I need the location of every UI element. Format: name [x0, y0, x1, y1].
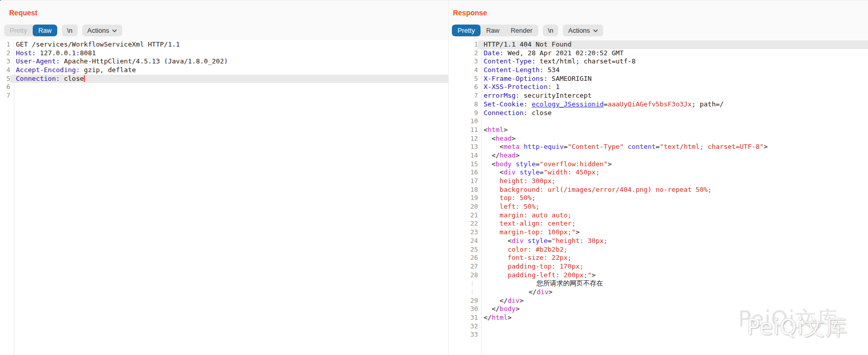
code-line[interactable]: 6: [0, 83, 448, 92]
code-text: Content-Type: text/html; charset=utf-8: [478, 57, 868, 66]
code-line[interactable]: 5X-Frame-Options: SAMEORIGIN: [449, 75, 868, 83]
code-text: HTTP/1.1 404 Not Found: [478, 40, 868, 49]
code-line[interactable]: 12 <head>: [449, 135, 868, 143]
syntax-attr: style: [528, 237, 547, 245]
code-line[interactable]: 10: [449, 117, 868, 126]
code-line[interactable]: 27 padding-top: 170px;: [449, 262, 868, 271]
code-text: background: url(/images/error/404.png) n…: [478, 186, 868, 194]
line-number: 4: [0, 66, 10, 75]
syntax-plain: >: [764, 143, 768, 150]
syntax-red: "width: 450px;: [543, 168, 600, 176]
code-line[interactable]: 23 margin-top: 100px;">: [449, 228, 868, 237]
code-line[interactable]: 3Content-Type: text/html; charset=utf-8: [449, 57, 868, 66]
response-tab-pretty[interactable]: Pretty: [452, 25, 481, 36]
response-panel: Response PrettyRawRender \n Actions 1HTT…: [449, 1, 868, 355]
response-tab-render[interactable]: Render: [505, 25, 538, 36]
code-line[interactable]: 29 </div>: [449, 297, 868, 305]
syntax-plain: Apache-HttpClient/4.5.13 (Java/1.8.0_202…: [60, 57, 228, 65]
code-line[interactable]: 7: [0, 92, 448, 100]
code-line[interactable]: 9Connection: close: [449, 109, 868, 118]
code-line[interactable]: ⋮ 您所请求的网页不存在: [449, 279, 868, 288]
code-line[interactable]: 4Accept-Encoding: gzip, deflate: [0, 66, 448, 75]
code-line[interactable]: 8Set-Cookie: ecology_JSessionid=aaaUyQiA…: [449, 100, 868, 109]
request-actions-button[interactable]: Actions: [82, 25, 123, 36]
code-line[interactable]: 14 </head>: [449, 151, 868, 160]
line-number: 7: [0, 92, 10, 100]
code-text: padding-top: 170px;: [478, 262, 868, 271]
code-line[interactable]: 15 <body style="overflow:hidden">: [449, 160, 868, 169]
code-line[interactable]: 11<html>: [449, 126, 868, 135]
syntax-tag: head: [495, 135, 511, 142]
code-line[interactable]: 30 </body>: [449, 305, 868, 314]
code-line[interactable]: ⋮ </div>: [449, 288, 868, 297]
code-line[interactable]: 32: [449, 322, 868, 331]
code-text: X-Frame-Options: SAMEORIGIN: [478, 75, 868, 83]
code-line[interactable]: 13 <meta http-equiv="Content-Type" conte…: [449, 143, 868, 151]
line-number: 24: [449, 237, 478, 246]
code-line[interactable]: 2Date: Wed, 28 Apr 2021 02:20:52 GMT: [449, 49, 868, 58]
response-actions-button[interactable]: Actions: [563, 25, 603, 36]
code-line[interactable]: 5Connection: close: [0, 75, 448, 83]
response-tab-raw[interactable]: Raw: [481, 25, 505, 36]
wrap-indicator-icon: ⋮: [449, 288, 499, 297]
syntax-tag: meta: [504, 143, 519, 150]
code-line[interactable]: 2Host: 127.0.0.1:8081: [0, 49, 448, 58]
code-text: top: 50%;: [478, 194, 868, 203]
response-newline-toggle[interactable]: \n: [543, 25, 559, 36]
syntax-red: padding-left: 200px;": [484, 271, 591, 279]
request-tab-pretty[interactable]: Pretty: [4, 25, 33, 36]
request-editor[interactable]: 1GET /services/WorkflowServiceXml HTTP/1…: [0, 40, 448, 355]
syntax-plain: <: [484, 160, 495, 168]
code-text: 您所请求的网页不存在: [499, 279, 868, 288]
code-text: [10, 83, 448, 92]
code-text: <div style="width: 450px;: [478, 168, 868, 177]
response-panel-title: Response: [449, 1, 868, 17]
response-editor[interactable]: 1HTTP/1.1 404 Not Found2Date: Wed, 28 Ap…: [449, 40, 868, 355]
line-number: 17: [449, 177, 478, 186]
code-text: margin: auto auto;: [478, 211, 868, 220]
code-text: text-align: center;: [478, 219, 868, 228]
code-line[interactable]: 7errorMsg: securityIntercept: [449, 92, 868, 100]
line-number: 5: [449, 75, 478, 83]
code-line[interactable]: 3User-Agent: Apache-HttpClient/4.5.13 (J…: [0, 57, 448, 66]
syntax-plain: >: [512, 135, 516, 142]
code-line[interactable]: 24 <div style="height: 30px;: [449, 237, 868, 246]
code-line[interactable]: 28 padding-left: 200px;">: [449, 271, 868, 280]
syntax-plain: >: [508, 314, 512, 321]
code-line[interactable]: 20 left: 50%;: [449, 203, 868, 211]
code-line[interactable]: 6X-XSS-Protection: 1: [449, 83, 868, 92]
code-line[interactable]: 1GET /services/WorkflowServiceXml HTTP/1…: [0, 40, 448, 49]
line-number: 7: [449, 92, 478, 100]
syntax-attr: style: [516, 160, 536, 168]
code-line[interactable]: 1HTTP/1.1 404 Not Found: [449, 40, 868, 49]
code-line[interactable]: 16 <div style="width: 450px;: [449, 168, 868, 177]
code-line[interactable]: 18 background: url(/images/error/404.png…: [449, 186, 868, 194]
syntax-plain: </: [484, 305, 499, 313]
line-number: 2: [0, 49, 10, 58]
syntax-red: font-size: 22px;: [484, 254, 572, 261]
request-tab-raw[interactable]: Raw: [33, 25, 57, 36]
response-actions-label: Actions: [568, 25, 590, 36]
line-number: 26: [449, 254, 478, 262]
code-line[interactable]: 26 font-size: 22px;: [449, 254, 868, 262]
syntax-plain: HTTP/1.1 404 Not Found: [484, 40, 572, 48]
code-line[interactable]: 25 color: #b2b2b2;: [449, 246, 868, 254]
code-line[interactable]: 22 text-align: center;: [449, 219, 868, 228]
line-number: 28: [449, 271, 478, 280]
syntax-red: margin: auto auto;: [484, 211, 572, 219]
code-line[interactable]: 17 height: 300px;: [449, 177, 868, 186]
syntax-plain: <: [484, 126, 488, 134]
request-newline-toggle[interactable]: \n: [62, 25, 78, 36]
code-line[interactable]: 21 margin: auto auto;: [449, 211, 868, 220]
syntax-tag: div: [537, 288, 549, 296]
line-number: 30: [449, 305, 478, 314]
code-line[interactable]: 33: [449, 330, 868, 339]
code-line[interactable]: 31</html>: [449, 314, 868, 322]
request-view-tabs: PrettyRaw: [4, 25, 57, 36]
line-number: 19: [449, 194, 478, 203]
code-line[interactable]: 4Content-Length: 534: [449, 66, 868, 75]
code-line[interactable]: 19 top: 50%;: [449, 194, 868, 203]
syntax-plain: 您所请求的网页不存在: [505, 279, 603, 287]
syntax-plain: [624, 143, 628, 150]
syntax-red: color: #b2b2b2;: [484, 246, 567, 253]
